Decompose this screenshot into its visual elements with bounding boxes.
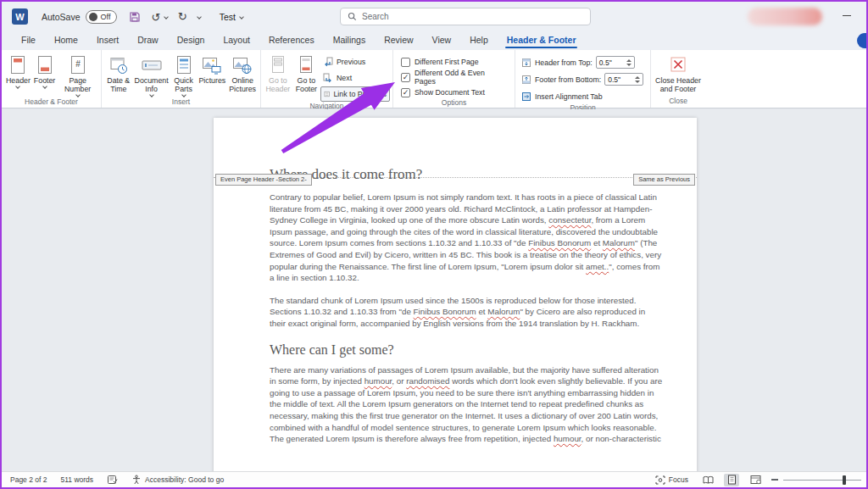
minimize-button[interactable] xyxy=(841,9,853,21)
document-info-button[interactable]: Document Info xyxy=(133,53,170,97)
web-layout-button[interactable] xyxy=(748,474,763,486)
spinner-arrows-icon[interactable] xyxy=(632,76,643,83)
accessibility-status[interactable]: Accessibility: Good to go xyxy=(131,475,224,485)
different-first-page-label: Different First Page xyxy=(415,58,479,66)
quick-access-overflow-icon[interactable] xyxy=(197,14,202,19)
next-label: Next xyxy=(337,74,352,82)
show-document-text-checkbox[interactable]: ✓ Show Document Text xyxy=(401,86,507,98)
tab-file[interactable]: File xyxy=(12,31,45,50)
doc-paragraph-3: There are many variations of passages of… xyxy=(270,364,663,445)
focus-button[interactable]: Focus xyxy=(655,475,688,485)
proofing-status[interactable] xyxy=(107,475,118,485)
tab-header-footer[interactable]: Header & Footer xyxy=(498,31,586,50)
chevron-down-icon xyxy=(149,92,154,97)
read-mode-button[interactable] xyxy=(700,474,715,486)
zoom-slider[interactable] xyxy=(771,475,861,485)
header-button[interactable]: Header xyxy=(4,53,32,89)
word-app-icon: W xyxy=(12,8,28,25)
print-layout-button[interactable] xyxy=(724,474,739,486)
word-count-status[interactable]: 511 words xyxy=(60,475,93,484)
pictures-label: Pictures xyxy=(198,76,225,85)
quick-parts-icon xyxy=(174,54,194,76)
autosave-label: AutoSave xyxy=(42,12,81,22)
footer-from-bottom-input[interactable]: 0.5" xyxy=(604,73,643,86)
close-header-footer-label: Close Header and Footer xyxy=(655,76,701,93)
online-pictures-label: Online Pictures xyxy=(229,76,256,93)
document-info-icon xyxy=(140,54,164,76)
page-number-status[interactable]: Page 2 of 2 xyxy=(10,475,47,484)
close-header-footer-icon xyxy=(667,54,689,76)
different-odd-even-pages-checkbox[interactable]: ✓ Different Odd & Even Pages xyxy=(401,71,507,83)
online-pictures-button[interactable]: Online Pictures xyxy=(227,53,258,94)
show-document-text-label: Show Document Text xyxy=(415,88,485,97)
link-to-previous-button[interactable]: Link to Previous xyxy=(320,86,390,102)
undo-button[interactable]: ↺ xyxy=(151,9,167,25)
tab-references[interactable]: References xyxy=(259,31,324,50)
redo-button[interactable]: ↻ xyxy=(178,11,187,22)
page-number-button[interactable]: # Page Number xyxy=(57,53,98,97)
link-to-previous-label: Link to Previous xyxy=(333,90,387,98)
tab-review[interactable]: Review xyxy=(375,31,422,50)
close-header-footer-button[interactable]: Close Header and Footer xyxy=(654,53,703,94)
pictures-icon xyxy=(200,54,224,76)
document-title: Test xyxy=(220,12,236,22)
different-first-page-checkbox[interactable]: Different First Page xyxy=(401,56,507,68)
next-button[interactable]: Next xyxy=(320,70,390,86)
footer-from-bottom-value: 0.5" xyxy=(608,75,620,84)
spinner-arrows-icon[interactable] xyxy=(624,59,634,66)
tab-draw[interactable]: Draw xyxy=(128,31,168,50)
tab-mailings[interactable]: Mailings xyxy=(324,31,376,50)
previous-icon xyxy=(323,57,333,67)
go-to-header-button[interactable]: Go to Header xyxy=(264,53,292,94)
save-icon[interactable] xyxy=(129,11,141,23)
autosave-toggle[interactable]: Off xyxy=(86,10,118,24)
footer-button[interactable]: Footer xyxy=(32,53,57,89)
footer-icon xyxy=(35,54,55,76)
search-input[interactable]: Search xyxy=(340,8,591,25)
group-label-header-footer: Header & Footer xyxy=(2,97,101,108)
accessibility-icon xyxy=(131,475,142,485)
link-to-previous-icon xyxy=(324,89,330,99)
share-pill-cutoff[interactable] xyxy=(857,33,866,48)
tab-help[interactable]: Help xyxy=(460,31,498,50)
tab-layout[interactable]: Layout xyxy=(214,31,259,50)
quick-parts-button[interactable]: Quick Parts xyxy=(170,53,198,97)
go-to-footer-button[interactable]: Go to Footer xyxy=(292,53,320,94)
misspelled-word: randomised xyxy=(406,376,449,386)
accessibility-label: Accessibility: Good to go xyxy=(145,475,224,484)
misspelled-word: humour xyxy=(364,376,392,386)
header-from-top-input[interactable]: 0.5" xyxy=(596,56,635,69)
previous-button[interactable]: Previous xyxy=(320,54,390,69)
even-page-header-tag: Even Page Header -Section 2- xyxy=(215,174,312,186)
insert-alignment-tab-button[interactable]: Insert Alignment Tab xyxy=(521,89,643,103)
date-time-button[interactable]: Date & Time xyxy=(104,53,133,94)
web-layout-icon xyxy=(750,475,761,485)
misspelled-word: amet.. xyxy=(586,262,609,271)
go-to-footer-label: Go to Footer xyxy=(294,76,319,93)
tab-design[interactable]: Design xyxy=(168,31,214,50)
search-icon xyxy=(348,12,357,21)
toggle-knob-icon xyxy=(89,13,97,21)
page-body-text[interactable]: Where does it come from? Contrary to pop… xyxy=(214,118,697,445)
focus-icon xyxy=(655,475,665,485)
group-label-insert: Insert xyxy=(102,97,260,108)
document-title-menu[interactable]: Test xyxy=(220,12,243,22)
tab-view[interactable]: View xyxy=(423,31,461,50)
chevron-down-icon xyxy=(75,92,81,97)
misspelled-word: consectetur xyxy=(548,215,591,225)
document-page[interactable]: Even Page Header -Section 2- Same as Pre… xyxy=(214,118,697,471)
misspelled-word: Finibus Bonorum xyxy=(528,238,591,247)
tab-insert[interactable]: Insert xyxy=(87,31,128,50)
checkbox-icon xyxy=(401,58,410,67)
pictures-button[interactable]: Pictures xyxy=(197,53,227,86)
doc-heading-1: Where does it come from? xyxy=(270,166,663,183)
group-close: Close Header and Footer Close xyxy=(651,50,705,108)
misspelled-word: humour xyxy=(554,434,581,443)
zoom-out-icon[interactable] xyxy=(771,479,778,481)
header-from-top-icon xyxy=(521,58,531,68)
go-to-footer-icon xyxy=(297,54,315,76)
user-avatar[interactable] xyxy=(748,8,822,25)
tab-home[interactable]: Home xyxy=(45,31,87,50)
zoom-slider-handle[interactable] xyxy=(843,475,846,485)
ribbon: Header Footer # Page Number Header & Foo… xyxy=(2,50,866,108)
